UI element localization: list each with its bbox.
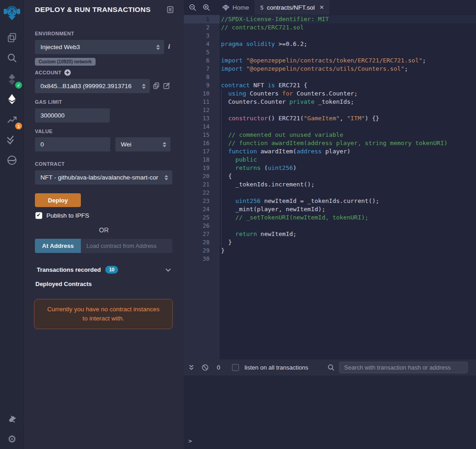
publish-ipfs-checkbox[interactable] [35,212,42,219]
debugger-icon[interactable] [0,152,24,168]
gas-limit-label: GAS LIMIT [35,99,62,105]
at-address-placeholder: Load contract from Address [86,243,157,249]
copy-account-icon[interactable] [153,82,159,91]
code-token [243,65,246,72]
code-text: // commented out unused variable [220,131,476,139]
code-text [220,106,476,114]
code-text [220,255,476,263]
line-number: 5 [184,48,220,56]
deploy-button[interactable]: Deploy [35,193,81,207]
sign-message-icon[interactable] [163,82,170,91]
code-token: public [235,156,257,163]
code-token: for [282,90,293,97]
clear-console-icon[interactable] [202,364,209,371]
analytics-alert-badge: 1 [15,123,22,129]
terminal-collapse-icon[interactable] [188,365,194,370]
zoom-out-icon[interactable] [186,0,199,15]
environment-info-icon[interactable]: i [168,43,174,51]
code-line: 26 [184,222,476,230]
home-remix-icon [222,4,229,11]
code-token: // function awardItem(address player, st… [228,140,448,146]
code-token: >=0.6.2; [275,40,307,47]
file-explorer-icon[interactable] [0,29,24,46]
code-line: 6import "@openzeppelin/contracts/token/E… [184,56,476,65]
line-number: 15 [184,131,220,139]
code-editor[interactable]: 1//SPDX-License-Identifier: MIT2// contr… [184,15,476,359]
line-number: 20 [184,172,220,180]
plugin-manager-icon[interactable] [0,411,24,427]
remix-logo-icon[interactable] [2,3,22,22]
panel-title: DEPLOY & RUN TRANSACTIONS [35,6,151,14]
code-text [220,222,476,230]
analytics-icon[interactable]: 1 [0,111,24,128]
icon-sidebar: ✓ 1 [0,0,24,449]
at-address-input[interactable]: Load contract from Address [81,239,172,253]
contract-select[interactable]: NFT - github/ava-labs/avalanche-smart-co… [35,170,172,185]
line-number: 9 [184,81,220,90]
code-text: import "@openzeppelin/contracts/utils/Co… [220,65,476,73]
terminal-output[interactable]: > [184,376,476,449]
deploy-and-run-icon[interactable] [0,91,24,107]
recorder-icon[interactable] [167,6,174,15]
code-token [221,148,228,155]
line-number: 16 [184,139,220,147]
tab-home[interactable]: Home [217,0,255,15]
code-line: 17 function awardItem(address player) [184,147,476,156]
line-number: 13 [184,114,220,123]
code-line: 7import "@openzeppelin/contracts/utils/C… [184,65,476,73]
code-token: constructor [228,115,268,122]
account-label: ACCOUNT [35,70,62,75]
listen-all-checkbox[interactable] [232,364,239,371]
code-line: 20 { [184,172,476,180]
code-token [221,197,235,204]
deployed-contracts-label: Deployed Contracts [35,281,92,287]
environment-select[interactable]: Injected Web3 [35,40,164,54]
code-text: // function awardItem(address player, st… [220,139,476,147]
select-stepper-icon [142,84,146,89]
tab-file-label: contracts/NFT.sol [267,4,315,11]
pending-tx-count: 0 [217,364,220,371]
code-text: returns (uint256) [220,164,476,172]
at-address-button[interactable]: At Address [35,239,81,253]
code-text: import "@openzeppelin/contracts/token/ER… [220,56,476,65]
close-tab-icon[interactable]: ✕ [319,4,324,11]
tab-contracts-nft-sol[interactable]: S contracts/NFT.sol ✕ [255,0,329,15]
transactions-recorded-label: Transactions recorded [37,266,101,273]
code-token: ) [293,164,297,171]
search-icon[interactable] [0,50,24,66]
value-unit-select[interactable]: Wei [115,137,170,152]
zoom-in-icon[interactable] [199,0,213,15]
code-token: function [228,148,257,155]
value-input[interactable]: 0 [35,137,110,152]
contract-label: CONTRACT [35,161,65,167]
code-line: 22 [184,189,476,197]
code-token: private [289,98,315,105]
code-line: 28 } [184,238,476,247]
add-account-icon[interactable] [64,69,71,76]
terminal-toolbar: 0 listen on all transactions Search with… [184,359,476,376]
code-token: "ITM" [347,115,365,122]
unit-testing-icon[interactable] [0,131,24,148]
line-number: 29 [184,247,220,255]
solidity-file-icon: S [260,4,264,11]
gas-limit-input[interactable]: 3000000 [35,108,110,123]
publish-ipfs-row: Publish to IPFS [35,212,89,219]
code-token: import [221,57,243,64]
code-token: using [228,90,246,97]
code-line: 14 [184,123,476,131]
terminal-search-input[interactable]: Search with transaction hash or address [339,362,468,373]
code-token: newItemId; [257,230,296,237]
code-token: _mint(player, newItemId); [221,206,325,213]
editor-tabbar: Home S contracts/NFT.sol ✕ [184,0,476,15]
solidity-compiler-icon[interactable]: ✓ [0,71,24,88]
code-token [243,57,246,64]
line-number: 8 [184,73,220,81]
line-number: 2 [184,23,220,32]
settings-icon[interactable]: ⚙ [0,431,24,448]
line-number: 11 [184,98,220,106]
environment-value: Injected Web3 [40,44,80,51]
code-line: 27 return newItemId; [184,230,476,238]
line-number: 23 [184,197,220,205]
account-select[interactable]: 0x845...B1aB3 (999992.3913716 [35,79,150,93]
transactions-recorded-toggle[interactable]: Transactions recorded 10 [37,265,171,274]
